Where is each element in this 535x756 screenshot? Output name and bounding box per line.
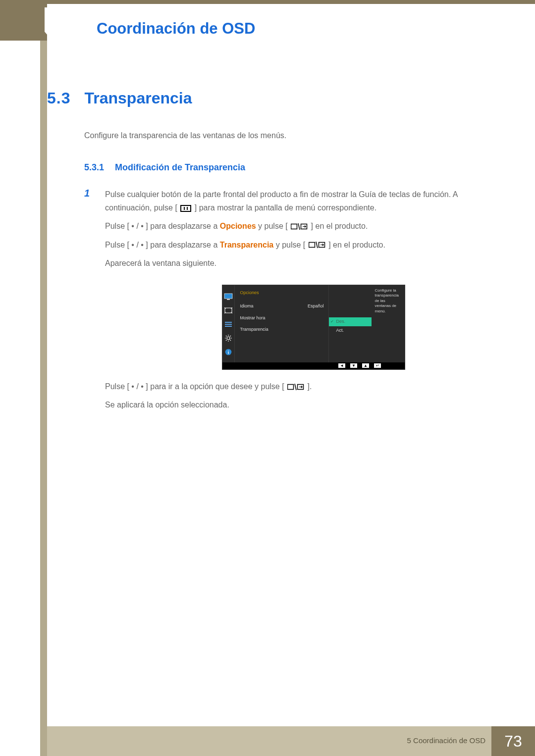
highlight-transparencia: Transparencia [220,241,274,249]
page-number: 73 [491,726,535,756]
osd-menu-list: Opciones Idioma Español Mostrar hora Tra… [235,285,329,362]
step-p5: Pulse [ • / • ] para ir a la opción que … [105,380,503,393]
chapter-badge [45,7,74,42]
text: ] para mostrar la pantalla de menú corre… [195,203,376,212]
step-p4: Aparecerá la ventana siguiente. [105,256,503,270]
text: ] en el producto. [328,241,385,249]
svg-line-17 [226,336,227,337]
resize-icon [224,307,233,314]
info-icon: i [224,349,233,355]
step-p3: Pulse [ • / • ] para desplazarse a Trans… [105,238,503,252]
section-intro: Configure la transparencia de las ventan… [84,131,503,140]
step-p2: Pulse [ • / • ] para desplazarse a Opcio… [105,219,503,233]
text: Pulse [ • / • ] para desplazarse a [105,222,220,230]
osd-controls: ◄ ▼ ▲ ↵ [222,362,405,369]
svg-line-4 [316,242,318,248]
value: Español [308,302,324,310]
nav-enter-icon: ↵ [374,363,381,368]
svg-line-1 [298,223,300,230]
text: ] en el producto. [311,222,368,230]
label: Idioma [240,302,253,310]
footer-label: 5 Coordinación de OSD [407,736,485,745]
svg-rect-7 [227,299,230,300]
step-p1: Pulse cualquier botón de la parte fronta… [105,188,503,214]
text: ]. [308,382,312,391]
step-number: 1 [84,188,93,411]
section-number: 5.3 [47,89,70,107]
text: Pulse [ • / • ] para desplazarse a [105,241,220,249]
source-button-icon [287,384,304,391]
menu-button-icon [180,205,191,212]
source-button-icon [309,242,325,249]
osd-main: i Opciones Idioma Español Mostrar hora [222,285,405,362]
svg-line-20 [230,336,231,337]
section-heading: 5.3 Transparencia [47,89,503,107]
text: Pulse [ • / • ] para ir a la opción que … [105,382,284,391]
step-1: 1 Pulse cualquier botón de la parte fron… [84,188,503,411]
svg-text:i: i [228,350,229,354]
svg-rect-3 [309,243,315,248]
section-title: Transparencia [84,89,192,107]
osd-options: Des. Act. [329,285,372,362]
footer-left-block [40,726,47,756]
subsection-title: Modificación de Transparencia [115,162,245,173]
osd-description: Configure la transparencia de las ventan… [372,285,405,362]
svg-rect-6 [224,294,232,299]
content-area: 5.3 Transparencia Configure la transpare… [47,89,503,416]
svg-line-18 [230,340,231,341]
label: Transparencia [240,326,268,333]
text: y pulse [ [273,241,305,249]
osd-row-idioma: Idioma Español [240,301,323,312]
nav-up-icon: ▲ [362,363,369,368]
highlight-opciones: Opciones [220,222,256,230]
osd-body: Opciones Idioma Español Mostrar hora Tra… [235,285,372,362]
osd-screenshot: i Opciones Idioma Español Mostrar hora [222,285,405,370]
nav-down-icon: ▼ [350,363,357,368]
left-margin-strip [40,0,47,756]
osd-row-mostrar: Mostrar hora [240,312,323,324]
text: y pulse [ [256,222,288,230]
svg-line-19 [226,340,227,341]
list-icon [224,321,233,328]
footer: 5 Coordinación de OSD 73 [0,726,535,756]
label: Mostrar hora [240,314,265,322]
osd-sidebar: i [222,285,235,362]
osd-window: i Opciones Idioma Español Mostrar hora [222,285,405,370]
osd-row-transparencia: Transparencia [240,324,323,335]
step-p6: Se aplicará la opción seleccionada. [105,398,503,411]
osd-category: Opciones [240,289,323,297]
svg-line-24 [295,384,296,390]
subsection-heading: 5.3.1 Modificación de Transparencia [84,162,503,173]
osd-option-des: Des. [329,317,372,326]
display-icon [224,293,233,300]
source-button-icon [291,223,308,230]
chapter-title: Coordinación de OSD [97,20,255,38]
svg-rect-23 [288,384,294,389]
nav-left-icon: ◄ [338,363,345,368]
subsection-number: 5.3.1 [84,162,104,173]
osd-option-act: Act. [329,326,372,335]
svg-point-12 [227,337,230,340]
step-body: Pulse cualquier botón de la parte fronta… [105,188,503,411]
gear-icon [224,335,233,342]
svg-rect-0 [291,224,297,229]
